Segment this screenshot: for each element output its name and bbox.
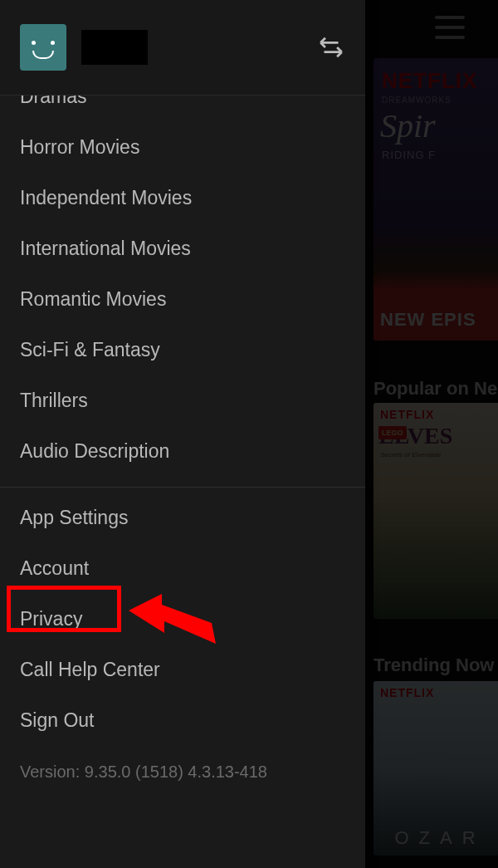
switch-profile-icon[interactable] <box>317 33 345 61</box>
category-independent[interactable]: Independent Movies <box>0 173 365 223</box>
privacy[interactable]: Privacy <box>0 594 365 645</box>
category-dramas[interactable]: Dramas <box>0 96 365 122</box>
call-help-center[interactable]: Call Help Center <box>0 645 365 695</box>
profile-name <box>81 30 148 65</box>
category-romantic[interactable]: Romantic Movies <box>0 274 365 325</box>
drawer-header <box>0 0 365 96</box>
profile-avatar-icon[interactable] <box>20 24 66 71</box>
category-scifi[interactable]: Sci-Fi & Fantasy <box>0 325 365 375</box>
category-international[interactable]: International Movies <box>0 223 365 274</box>
profile-group[interactable] <box>20 24 148 71</box>
sign-out[interactable]: Sign Out <box>0 695 365 746</box>
category-horror[interactable]: Horror Movies <box>0 122 365 173</box>
navigation-drawer: Dramas Horror Movies Independent Movies … <box>0 0 365 868</box>
account[interactable]: Account <box>0 543 365 594</box>
menu-list: Dramas Horror Movies Independent Movies … <box>0 96 365 868</box>
version-label: Version: 9.35.0 (1518) 4.3.13-418 <box>0 746 365 798</box>
category-thrillers[interactable]: Thrillers <box>0 375 365 426</box>
category-audio-description[interactable]: Audio Description <box>0 426 365 477</box>
app-settings[interactable]: App Settings <box>0 493 365 543</box>
section-divider <box>0 487 365 493</box>
